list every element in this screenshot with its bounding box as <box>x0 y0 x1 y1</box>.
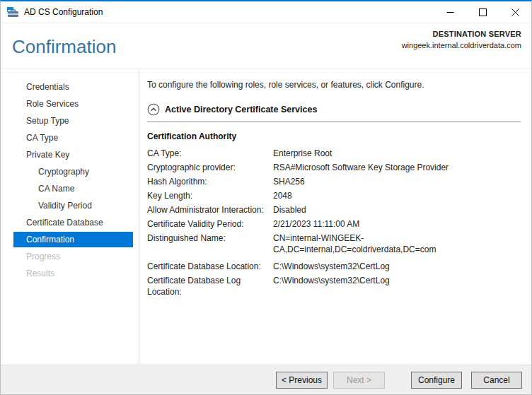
field-value: CN=internal-WINGEEK-CA,DC=internal,DC=co… <box>273 232 521 255</box>
field-value: C:\Windows\system32\CertLog <box>273 261 521 272</box>
close-button[interactable] <box>499 1 531 23</box>
field-value: SHA256 <box>273 176 521 187</box>
destination-server-name: wingeek.internal.coldriverdata.com <box>402 41 521 49</box>
field-row-certificate-database-log-location: Certificate Database Log Location: C:\Wi… <box>147 275 521 297</box>
nav-item-credentials[interactable]: Credentials <box>1 78 139 95</box>
confirmation-content: To configure the following roles, role s… <box>139 70 531 365</box>
nav-item-ca-type[interactable]: CA Type <box>1 129 139 146</box>
nav-item-role-services[interactable]: Role Services <box>1 95 139 112</box>
intro-text: To configure the following roles, role s… <box>147 80 521 90</box>
field-row-hash-algorithm: Hash Algorithm: SHA256 <box>147 176 521 187</box>
maximize-button[interactable] <box>466 1 499 23</box>
field-label: Certificate Validity Period: <box>147 218 273 230</box>
subsection-title: Certification Authority <box>147 131 521 141</box>
field-value: C:\Windows\system32\CertLog <box>273 275 521 297</box>
configure-button[interactable]: Configure <box>411 372 462 389</box>
nav-item-results: Results <box>1 265 139 282</box>
field-row-certificate-validity-period: Certificate Validity Period: 2/21/2023 1… <box>147 218 521 230</box>
cancel-button[interactable]: Cancel <box>471 372 522 389</box>
nav-item-confirmation[interactable]: Confirmation <box>13 232 133 247</box>
field-value: RSA#Microsoft Software Key Storage Provi… <box>273 162 521 173</box>
nav-item-setup-type[interactable]: Setup Type <box>1 112 139 129</box>
field-row-cryptographic-provider: Cryptographic provider: RSA#Microsoft So… <box>147 162 521 173</box>
wizard-footer: < Previous Next > Configure Cancel <box>1 365 531 394</box>
nav-item-cryptography[interactable]: Cryptography <box>1 163 139 180</box>
field-row-distinguished-name: Distinguished Name: CN=internal-WINGEEK-… <box>147 232 521 255</box>
field-label: Distinguished Name: <box>147 232 273 255</box>
nav-item-progress: Progress <box>1 248 139 265</box>
page-title: Confirmation <box>12 36 116 58</box>
minimize-icon <box>446 8 454 16</box>
wizard-header: Confirmation DESTINATION SERVER wingeek.… <box>1 23 531 69</box>
wizard-body: Credentials Role Services Setup Type CA … <box>1 70 531 365</box>
adcs-toolbox-icon <box>7 7 19 18</box>
destination-server-label: DESTINATION SERVER <box>402 30 521 38</box>
nav-item-validity-period[interactable]: Validity Period <box>1 197 139 214</box>
next-button: Next > <box>333 372 385 389</box>
field-row-allow-administrator-interaction: Allow Administrator Interaction: Disable… <box>147 204 521 216</box>
field-row-key-length: Key Length: 2048 <box>147 190 521 201</box>
field-value: 2048 <box>273 190 521 201</box>
nav-item-certificate-database[interactable]: Certificate Database <box>1 214 139 231</box>
chevron-up-circle-icon[interactable] <box>147 103 160 116</box>
field-label: CA Type: <box>147 148 273 159</box>
section-divider <box>147 122 521 122</box>
field-row-ca-type: CA Type: Enterprise Root <box>147 148 521 159</box>
field-label: Allow Administrator Interaction: <box>147 204 273 216</box>
field-value: 2/21/2023 11:11:00 AM <box>273 218 521 230</box>
section-title: Active Directory Certificate Services <box>165 105 317 114</box>
field-value: Enterprise Root <box>273 148 521 159</box>
nav-item-ca-name[interactable]: CA Name <box>1 180 139 197</box>
minimize-button[interactable] <box>434 1 466 23</box>
section-header: Active Directory Certificate Services <box>147 103 521 116</box>
window-controls <box>434 1 531 23</box>
close-icon <box>511 8 519 16</box>
wizard-nav: Credentials Role Services Setup Type CA … <box>1 70 139 365</box>
field-label: Certificate Database Location: <box>147 261 273 272</box>
field-label: Cryptographic provider: <box>147 162 273 173</box>
previous-button[interactable]: < Previous <box>276 372 328 389</box>
field-label: Key Length: <box>147 190 273 201</box>
field-label: Certificate Database Log Location: <box>147 275 273 297</box>
field-label: Hash Algorithm: <box>147 176 273 187</box>
title-bar[interactable]: AD CS Configuration <box>1 1 531 23</box>
nav-item-private-key[interactable]: Private Key <box>1 146 139 163</box>
field-row-certificate-database-location: Certificate Database Location: C:\Window… <box>147 261 521 272</box>
maximize-icon <box>479 8 487 16</box>
field-value: Disabled <box>273 204 521 216</box>
destination-block: DESTINATION SERVER wingeek.internal.cold… <box>402 30 521 49</box>
window-title: AD CS Configuration <box>24 7 103 17</box>
adcs-configuration-window: AD CS Configuration Confirmation DESTINA… <box>0 0 532 395</box>
